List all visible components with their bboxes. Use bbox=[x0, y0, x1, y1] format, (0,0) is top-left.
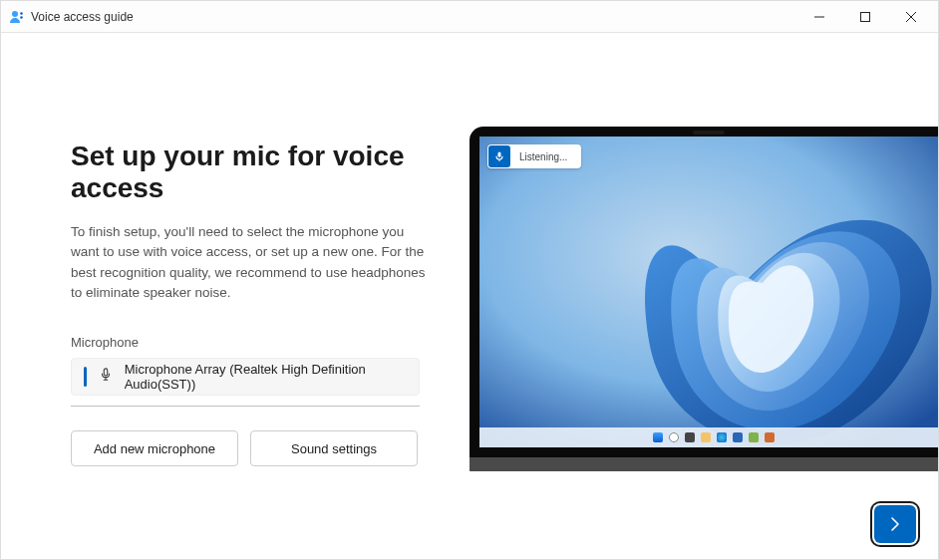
illustration-panel: Listening... bbox=[470, 33, 938, 559]
next-button[interactable] bbox=[874, 505, 916, 543]
window-title: Voice access guide bbox=[31, 10, 134, 24]
titlebar: Voice access guide bbox=[1, 1, 938, 33]
microphone-label: Microphone bbox=[71, 335, 430, 350]
chevron-right-icon bbox=[887, 516, 903, 532]
svg-point-0 bbox=[12, 11, 18, 17]
laptop-camera-notch bbox=[693, 131, 725, 135]
svg-rect-3 bbox=[861, 12, 870, 21]
svg-point-1 bbox=[20, 12, 23, 15]
close-button[interactable] bbox=[888, 1, 934, 33]
selection-indicator bbox=[84, 367, 87, 387]
close-icon bbox=[906, 12, 916, 22]
explorer-icon bbox=[701, 432, 711, 442]
svg-point-2 bbox=[20, 16, 23, 19]
maximize-button[interactable] bbox=[842, 1, 888, 33]
microphone-icon bbox=[488, 145, 510, 167]
voice-access-listening-badge: Listening... bbox=[487, 144, 581, 168]
microphone-selector[interactable]: Microphone Array (Realtek High Definitio… bbox=[71, 358, 420, 396]
edge-icon bbox=[717, 432, 727, 442]
content-area: Set up your mic for voice access To fini… bbox=[1, 33, 938, 559]
laptop-illustration: Listening... bbox=[470, 127, 938, 471]
page-heading: Set up your mic for voice access bbox=[71, 140, 430, 204]
laptop-screen: Listening... bbox=[479, 137, 938, 447]
laptop-screen-frame: Listening... bbox=[470, 127, 938, 457]
page-description: To finish setup, you'll need to select t… bbox=[71, 222, 430, 303]
search-icon bbox=[669, 432, 679, 442]
maximize-icon bbox=[860, 12, 870, 22]
wallpaper-bloom bbox=[479, 137, 938, 447]
app-icon-2 bbox=[765, 432, 775, 442]
minimize-button[interactable] bbox=[796, 1, 842, 33]
button-row: Add new microphone Sound settings bbox=[71, 430, 430, 466]
sound-settings-button[interactable]: Sound settings bbox=[250, 430, 418, 466]
voice-access-guide-window: Voice access guide Set up your mic for v… bbox=[0, 0, 939, 560]
app-icon-1 bbox=[749, 432, 759, 442]
svg-rect-6 bbox=[498, 152, 501, 157]
app-icon bbox=[9, 9, 25, 25]
laptop-base bbox=[470, 457, 938, 471]
microphone-icon bbox=[99, 368, 113, 386]
setup-panel: Set up your mic for voice access To fini… bbox=[1, 33, 470, 559]
task-view-icon bbox=[685, 432, 695, 442]
divider bbox=[71, 406, 420, 407]
svg-rect-4 bbox=[104, 369, 108, 376]
start-icon bbox=[653, 432, 663, 442]
store-icon bbox=[733, 432, 743, 442]
listening-label: Listening... bbox=[519, 151, 567, 162]
selected-microphone-name: Microphone Array (Realtek High Definitio… bbox=[125, 362, 407, 392]
taskbar bbox=[479, 427, 938, 447]
minimize-icon bbox=[814, 12, 824, 22]
add-new-microphone-button[interactable]: Add new microphone bbox=[71, 430, 238, 466]
